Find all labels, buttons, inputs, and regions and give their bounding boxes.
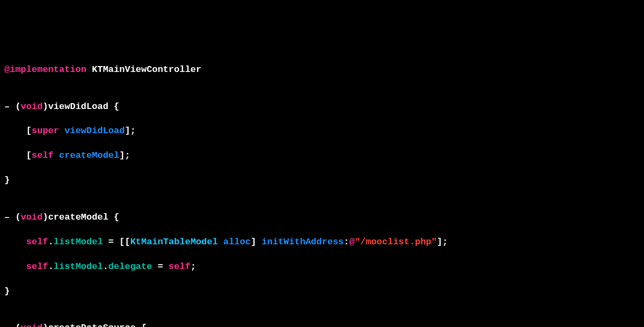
- selector-alloc: alloc: [223, 237, 251, 247]
- code-line: @implementation KTMainViewController: [4, 64, 640, 76]
- code-line: self.listModel = [[KtMainTableModel allo…: [4, 236, 640, 249]
- brace: {: [136, 323, 147, 327]
- method-name: createDataSource: [48, 323, 136, 327]
- brace: {: [108, 212, 119, 222]
- code-line: }: [4, 175, 640, 187]
- string-literal: "/mooclist.php": [355, 237, 437, 247]
- bracket: ]: [251, 237, 261, 247]
- paren: (: [15, 101, 20, 112]
- code-line: [self createModel];: [4, 150, 640, 162]
- space: [59, 126, 64, 136]
- property: listModel: [54, 261, 103, 272]
- indent: [4, 237, 26, 247]
- method-dash: –: [4, 101, 15, 112]
- dot: .: [103, 261, 108, 272]
- selector: createModel: [59, 150, 119, 161]
- property: listModel: [54, 237, 103, 247]
- keyword-super: super: [32, 126, 59, 136]
- brace: }: [4, 286, 10, 296]
- class-name: KTMainViewController: [86, 64, 201, 75]
- code-line: self.listModel.delegate = self;: [4, 261, 640, 273]
- keyword-self: self: [32, 150, 54, 161]
- indent-bracket: [: [4, 150, 32, 161]
- code-editor[interactable]: @implementation KTMainViewController – (…: [4, 52, 640, 327]
- code-line: – (void)createDataSource {: [4, 322, 640, 327]
- punct: ];: [119, 150, 130, 161]
- keyword-self: self: [169, 261, 191, 272]
- code-line: }: [4, 286, 640, 298]
- brace: }: [4, 175, 10, 185]
- return-type: void: [21, 323, 43, 327]
- code-line: – (void)viewDidLoad {: [4, 101, 640, 113]
- method-dash: –: [4, 212, 15, 222]
- punct: ];: [437, 237, 448, 247]
- space: [54, 150, 59, 161]
- paren: ): [42, 323, 48, 327]
- at-sign: @: [349, 237, 355, 247]
- indent: [4, 261, 26, 272]
- code-line: – (void)createModel {: [4, 212, 640, 224]
- method-name: viewDidLoad: [48, 101, 108, 112]
- dot: .: [48, 237, 54, 247]
- selector: viewDidLoad: [64, 126, 125, 136]
- punct: ;: [191, 261, 196, 272]
- code-line: [super viewDidLoad];: [4, 125, 640, 137]
- paren: ): [42, 101, 48, 112]
- colon: :: [344, 237, 349, 247]
- assign: = [[: [103, 237, 130, 247]
- return-type: void: [21, 212, 43, 222]
- brace: {: [108, 101, 119, 112]
- return-type: void: [21, 101, 43, 112]
- keyword-self: self: [26, 237, 48, 247]
- selector-init: initWithAddress: [262, 237, 344, 247]
- paren: (: [15, 323, 20, 327]
- space: [218, 237, 223, 247]
- keyword-implementation: @implementation: [4, 64, 86, 75]
- type: KtMainTableModel: [130, 237, 218, 247]
- dot: .: [48, 261, 54, 272]
- property: delegate: [108, 261, 152, 272]
- method-name: createModel: [48, 212, 108, 222]
- paren: ): [42, 212, 48, 222]
- indent-bracket: [: [4, 126, 32, 136]
- method-dash: –: [4, 323, 15, 327]
- punct: ];: [125, 126, 135, 136]
- keyword-self: self: [26, 261, 48, 272]
- assign: =: [152, 261, 169, 272]
- paren: (: [15, 212, 20, 222]
